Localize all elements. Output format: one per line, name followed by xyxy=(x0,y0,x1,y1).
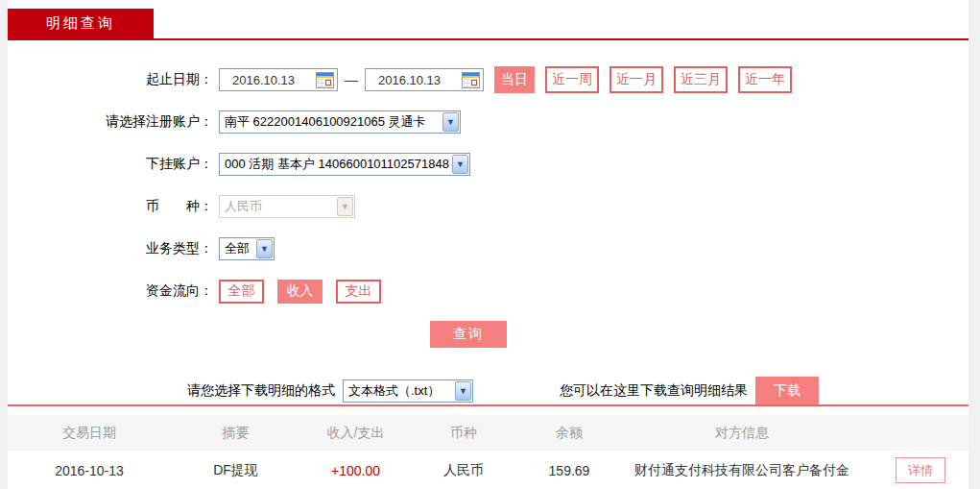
chevron-down-icon[interactable]: ▼ xyxy=(256,239,273,258)
date-range-label: 起止日期： xyxy=(8,71,213,88)
register-account-value: 南平 6222001406100921065 灵通卡 xyxy=(225,113,426,131)
currency-select: 人民币 ▼ xyxy=(219,195,355,218)
cell-amount: +100.00 xyxy=(300,463,411,478)
end-date-value: 2016.10.13 xyxy=(378,73,441,87)
quick-range-year-button[interactable]: 近一年 xyxy=(738,66,792,93)
header-counterparty: 对方信息 xyxy=(622,425,862,442)
fund-flow-row: 资金流向： 全部 收入 支出 xyxy=(8,279,968,304)
table-header: 交易日期 摘要 收入/支出 币种 余额 对方信息 xyxy=(8,415,968,451)
quick-range-quarter-button[interactable]: 近三月 xyxy=(674,66,728,93)
calendar-icon[interactable] xyxy=(462,72,480,88)
sub-account-row: 下挂账户： 000 活期 基本户 1406600101102571848 ▼ xyxy=(8,152,968,177)
start-date-input[interactable]: 2016.10.13 xyxy=(219,68,338,91)
table-row: 2016-10-13 DF提现 +100.00 人民币 159.69 财付通支付… xyxy=(8,451,968,489)
download-row: 请您选择下载明细的格式 文本格式（.txt） ▼ 您可以在这里下载查询明细结果 … xyxy=(8,377,968,404)
business-type-label: 业务类型： xyxy=(8,240,213,257)
currency-row: 币 种： 人民币 ▼ xyxy=(8,194,968,219)
download-button[interactable]: 下载 xyxy=(755,377,819,404)
cell-balance: 159.69 xyxy=(516,463,622,478)
chevron-down-icon[interactable]: ▼ xyxy=(452,155,468,174)
register-account-row: 请选择注册账户： 南平 6222001406100921065 灵通卡 ▼ xyxy=(8,110,968,134)
register-account-label: 请选择注册账户： xyxy=(8,113,213,131)
tab-detail-query[interactable]: 明细查询 xyxy=(8,9,154,38)
currency-label: 币 种： xyxy=(8,198,213,215)
date-separator: — xyxy=(345,72,358,87)
query-form: 起止日期： 2016.10.13 — 2016.10.13 当日 近一周 近一月… xyxy=(8,40,968,348)
fund-flow-all-button[interactable]: 全部 xyxy=(219,280,264,304)
quick-range-month-button[interactable]: 近一月 xyxy=(610,66,663,93)
cell-trade-date: 2016-10-13 xyxy=(8,463,171,478)
detail-button[interactable]: 详情 xyxy=(896,457,945,483)
business-type-value: 全部 xyxy=(225,240,250,257)
quick-range-week-button[interactable]: 近一周 xyxy=(545,66,599,93)
cell-counterparty: 财付通支付科技有限公司客户备付金 xyxy=(622,462,862,479)
tab-bar: 明细查询 xyxy=(8,0,968,40)
fund-flow-expense-button[interactable]: 支出 xyxy=(336,280,381,304)
sub-account-select[interactable]: 000 活期 基本户 1406600101102571848 ▼ xyxy=(219,153,470,176)
header-currency: 币种 xyxy=(411,425,516,442)
section-divider xyxy=(8,404,968,406)
header-summary: 摘要 xyxy=(171,425,300,442)
chevron-down-icon[interactable]: ▼ xyxy=(455,381,471,401)
query-button[interactable]: 查询 xyxy=(430,321,507,348)
business-type-select[interactable]: 全部 ▼ xyxy=(219,237,275,260)
calendar-icon[interactable] xyxy=(316,72,334,88)
quick-range-today-button[interactable]: 当日 xyxy=(494,66,535,93)
fund-flow-label: 资金流向： xyxy=(8,282,213,300)
cell-currency: 人民币 xyxy=(411,462,516,479)
header-income-expense: 收入/支出 xyxy=(300,425,411,442)
download-hint: 您可以在这里下载查询明细结果 xyxy=(560,382,748,400)
sub-account-label: 下挂账户： xyxy=(8,156,213,173)
chevron-down-icon: ▼ xyxy=(337,197,353,216)
chevron-down-icon[interactable]: ▼ xyxy=(442,112,459,132)
register-account-select[interactable]: 南平 6222001406100921065 灵通卡 ▼ xyxy=(219,110,461,134)
sub-account-value: 000 活期 基本户 1406600101102571848 xyxy=(225,156,449,173)
download-format-value: 文本格式（.txt） xyxy=(348,382,440,400)
currency-value: 人民币 xyxy=(225,198,262,215)
header-trade-date: 交易日期 xyxy=(8,425,171,442)
cell-summary: DF提现 xyxy=(171,462,300,479)
business-type-row: 业务类型： 全部 ▼ xyxy=(8,236,968,261)
header-balance: 余额 xyxy=(516,425,622,442)
end-date-input[interactable]: 2016.10.13 xyxy=(365,68,484,91)
content-panel: 明细查询 起止日期： 2016.10.13 — 2016.10.13 当日 近一… xyxy=(8,0,968,489)
download-format-label: 请您选择下载明细的格式 xyxy=(187,382,335,400)
start-date-value: 2016.10.13 xyxy=(232,73,295,87)
fund-flow-income-button[interactable]: 收入 xyxy=(277,280,323,304)
date-range-row: 起止日期： 2016.10.13 — 2016.10.13 当日 近一周 近一月… xyxy=(8,67,968,92)
download-format-select[interactable]: 文本格式（.txt） ▼ xyxy=(343,379,473,403)
cell-action: 详情 xyxy=(862,457,968,483)
